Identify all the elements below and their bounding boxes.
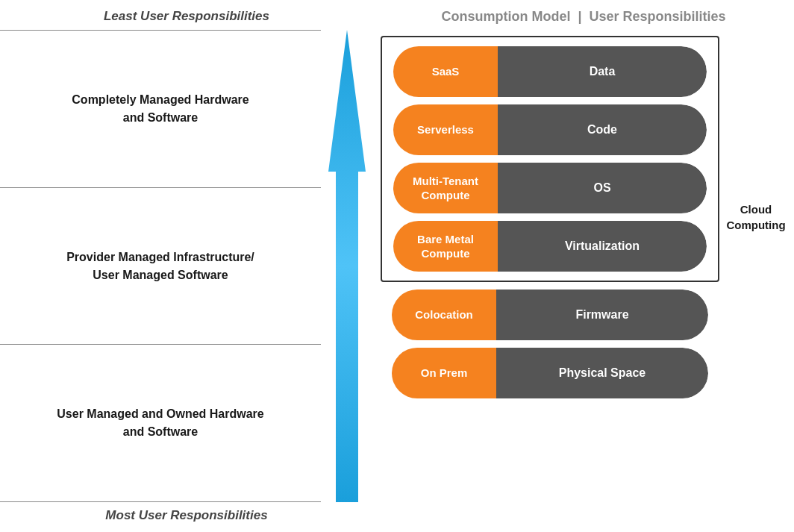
cloud-computing-label: CloudComputing [719,36,787,398]
pill-bare-metal-left: Bare MetalCompute [393,221,498,272]
pill-on-prem-left: On Prem [392,348,496,398]
responsibility-arrow [328,30,366,502]
left-panel: Least User Responsibilities Completely M… [0,0,373,532]
pill-serverless: ★ Serverless Code [393,104,707,155]
top-label: Least User Responsibilities [0,0,373,30]
pill-bare-metal-right: Virtualization [498,221,707,272]
right-header: Consumption Model | User Responsibilitie… [381,0,787,36]
description-column: Completely Managed Hardwareand Software … [0,30,321,502]
pill-colocation-left: Colocation [392,290,496,340]
right-panel: Consumption Model | User Responsibilitie… [373,0,794,532]
pill-on-prem: On Prem Physical Space [392,348,708,398]
desc-user-managed: User Managed and Owned Hardwareand Softw… [0,345,321,501]
pill-saas: SaaS Data [393,46,707,97]
pill-multi-tenant-left: Multi-TenantCompute [393,163,498,213]
right-subtitle: User Responsibilities [590,9,726,24]
right-title: Consumption Model [441,9,570,24]
right-separator: | [578,9,581,24]
diagram-container: Least User Responsibilities Completely M… [0,0,794,532]
pill-bare-metal: Bare MetalCompute Virtualization [393,221,707,272]
left-content: Completely Managed Hardwareand Software … [0,30,373,502]
bottom-label: Most User Responsibilities [0,502,373,532]
cloud-box: SaaS Data ★ Serverless Code Multi-Tenant… [381,36,719,282]
standalone-pills: Colocation Firmware On Prem Physical Spa… [381,290,719,398]
pill-multi-tenant: Multi-TenantCompute OS [393,163,707,213]
pills-layout: SaaS Data ★ Serverless Code Multi-Tenant… [381,36,719,398]
pill-colocation-right: Firmware [496,290,708,340]
pill-multi-tenant-right: OS [498,163,707,213]
desc-provider-managed: Provider Managed Infrastructure/User Man… [0,188,321,345]
pill-colocation: Colocation Firmware [392,290,708,340]
pill-saas-left: SaaS [393,46,498,97]
desc-managed-hw-sw: Completely Managed Hardwareand Software [0,31,321,188]
pill-saas-right: Data [498,46,707,97]
pill-serverless-right: Code [498,104,707,155]
pill-serverless-left: Serverless [393,104,498,155]
arrow-column [321,30,373,502]
whole-right: SaaS Data ★ Serverless Code Multi-Tenant… [381,36,787,398]
pill-on-prem-right: Physical Space [496,348,708,398]
